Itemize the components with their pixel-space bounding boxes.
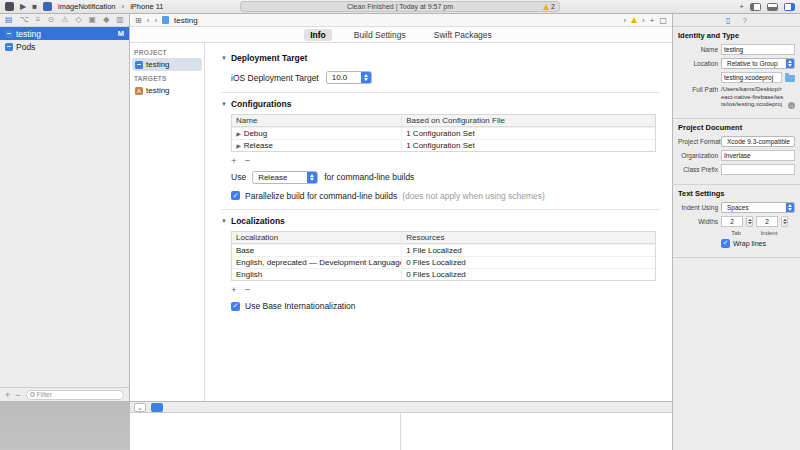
indent-using-popup[interactable]: Spaces bbox=[721, 202, 795, 213]
add-localization-button[interactable]: + bbox=[231, 285, 237, 295]
table-row[interactable]: English 0 Files Localized bbox=[232, 268, 655, 280]
table-row[interactable]: Base 1 File Localized bbox=[232, 244, 655, 256]
disclosure-triangle-icon[interactable]: ▼ bbox=[221, 218, 227, 224]
disclosure-triangle-icon[interactable]: ▶ bbox=[236, 143, 241, 149]
scheme-app-icon bbox=[43, 2, 52, 11]
choose-folder-icon[interactable] bbox=[785, 75, 795, 82]
project-format-popup[interactable]: Xcode 9.3-compatible bbox=[721, 136, 795, 147]
tab-swift-packages[interactable]: Swift Packages bbox=[428, 29, 498, 41]
target-item[interactable]: A testing bbox=[132, 84, 202, 97]
warning-badge[interactable]: 2 bbox=[543, 3, 555, 10]
remove-button[interactable]: − bbox=[15, 390, 20, 400]
filter-placeholder: Filter bbox=[37, 391, 53, 398]
file-inspector-icon[interactable]: ▯ bbox=[726, 16, 730, 25]
wrap-lines-checkbox[interactable]: ✓ bbox=[721, 239, 730, 248]
command-line-config-row: Use Release for command-line builds bbox=[231, 171, 660, 184]
table-row[interactable]: English, deprecated — Development Langua… bbox=[232, 256, 655, 268]
debug-pane-divider[interactable] bbox=[400, 413, 401, 450]
target-item-label: testing bbox=[146, 86, 170, 95]
add-button[interactable]: + bbox=[5, 390, 10, 400]
source-control-navigator-icon[interactable]: ⌥ bbox=[20, 16, 29, 24]
disclosure-triangle-icon[interactable]: ▶ bbox=[236, 131, 241, 137]
add-editor-button[interactable]: + bbox=[650, 16, 655, 25]
symbol-navigator-icon[interactable]: ≡ bbox=[36, 16, 41, 24]
tab-width-field[interactable]: 2 bbox=[721, 216, 743, 227]
organization-field[interactable]: Invertase bbox=[721, 150, 795, 161]
column-header-name[interactable]: Name bbox=[232, 116, 401, 125]
project-navigator-icon[interactable]: ▤ bbox=[5, 16, 13, 24]
issue-navigator-icon[interactable]: ⚠ bbox=[61, 16, 68, 24]
remove-localization-button[interactable]: − bbox=[245, 285, 251, 295]
device-selector[interactable]: iPhone 11 bbox=[130, 2, 163, 11]
section-title: Localizations bbox=[231, 216, 285, 226]
breadcrumb[interactable]: testing bbox=[174, 16, 198, 25]
tab-info[interactable]: Info bbox=[304, 29, 332, 41]
find-navigator-icon[interactable]: ⊙ bbox=[48, 16, 55, 24]
stop-button[interactable]: ■ bbox=[32, 3, 37, 11]
container-field[interactable]: testing.xcodeproj bbox=[721, 72, 782, 83]
reveal-in-finder-icon[interactable]: → bbox=[788, 102, 795, 109]
column-header-localization[interactable]: Localization bbox=[232, 233, 401, 242]
next-issue-button[interactable]: › bbox=[642, 16, 645, 25]
run-button[interactable]: ▶ bbox=[20, 3, 26, 11]
full-path-row: Full Path /Users/kams/Desktop/react-nati… bbox=[678, 86, 795, 109]
tab-width-stepper[interactable] bbox=[746, 216, 753, 227]
targets-section-header: TARGETS bbox=[130, 71, 204, 84]
base-internationalization-checkbox[interactable]: ✓ bbox=[231, 302, 240, 311]
tab-overview-icon[interactable]: ⊞ bbox=[135, 16, 142, 25]
project-item[interactable]: testing bbox=[132, 58, 202, 71]
indent-width-stepper[interactable] bbox=[781, 216, 788, 227]
column-header-based-on[interactable]: Based on Configuration File bbox=[401, 116, 655, 125]
filter-icon bbox=[30, 392, 35, 397]
class-prefix-field[interactable] bbox=[721, 164, 795, 175]
indent-width-field[interactable]: 2 bbox=[756, 216, 778, 227]
project-row-pods[interactable]: Pods bbox=[0, 40, 129, 53]
app-target-icon: A bbox=[135, 87, 143, 95]
deployment-target-row: iOS Deployment Target 10.0 bbox=[231, 71, 660, 84]
editor-layout-icon[interactable]: ▢ bbox=[659, 16, 667, 25]
deployment-target-section-header[interactable]: ▼ Deployment Target bbox=[221, 53, 660, 63]
scheme-selector[interactable]: imageNotification bbox=[58, 2, 116, 11]
filter-field[interactable]: Filter bbox=[26, 390, 124, 400]
name-field[interactable]: testing bbox=[721, 44, 795, 55]
command-line-config-popup[interactable]: Release bbox=[252, 171, 318, 184]
remove-configuration-button[interactable]: − bbox=[245, 156, 251, 166]
location-label: Location bbox=[678, 60, 718, 67]
app-icon[interactable] bbox=[5, 2, 14, 11]
back-button[interactable]: ‹ bbox=[147, 16, 150, 25]
disclosure-triangle-icon[interactable]: ▼ bbox=[221, 55, 227, 61]
parallelize-checkbox[interactable]: ✓ bbox=[231, 191, 240, 200]
localizations-section-header[interactable]: ▼ Localizations bbox=[221, 216, 660, 226]
debug-bar: ⌄ bbox=[130, 401, 672, 413]
library-button[interactable]: + bbox=[739, 3, 744, 11]
table-row[interactable]: ▶Release 1 Configuration Set bbox=[232, 139, 655, 151]
configurations-table: Name Based on Configuration File ▶Debug … bbox=[231, 114, 656, 152]
issue-warning-icon[interactable] bbox=[631, 17, 637, 23]
disclosure-triangle-icon[interactable]: ▼ bbox=[221, 101, 227, 107]
debug-layout-toggle-icon[interactable] bbox=[151, 403, 163, 412]
warning-icon bbox=[543, 4, 549, 10]
project-row-testing[interactable]: testing M bbox=[0, 27, 129, 40]
add-configuration-button[interactable]: + bbox=[231, 156, 237, 166]
location-popup[interactable]: Relative to Group bbox=[721, 58, 795, 69]
forward-button[interactable]: › bbox=[154, 16, 157, 25]
widths-captions-row: Tab Indent bbox=[678, 230, 795, 236]
localization-name: English bbox=[236, 270, 262, 279]
tab-build-settings[interactable]: Build Settings bbox=[348, 29, 412, 41]
test-navigator-icon[interactable]: ◇ bbox=[75, 16, 81, 24]
column-header-resources[interactable]: Resources bbox=[401, 233, 655, 242]
table-row[interactable]: ▶Debug 1 Configuration Set bbox=[232, 127, 655, 139]
hide-debug-area-button[interactable]: ⌄ bbox=[134, 403, 146, 412]
editor-body: PROJECT testing TARGETS A testing ▼ Depl… bbox=[130, 43, 672, 401]
navigator-toggle-icon[interactable] bbox=[750, 3, 761, 11]
inspector-toggle-icon[interactable] bbox=[784, 3, 795, 11]
debug-area-toggle-icon[interactable] bbox=[767, 3, 778, 11]
ios-deployment-target-popup[interactable]: 10.0 bbox=[326, 71, 372, 84]
configurations-section-header[interactable]: ▼ Configurations bbox=[221, 99, 660, 109]
quick-help-icon[interactable]: ? bbox=[742, 16, 746, 25]
breakpoint-navigator-icon[interactable]: ◆ bbox=[103, 16, 109, 24]
debug-navigator-icon[interactable]: ▣ bbox=[89, 16, 97, 24]
report-navigator-icon[interactable]: ▥ bbox=[116, 16, 124, 24]
organization-row: Organization Invertase bbox=[678, 150, 795, 161]
previous-issue-button[interactable]: ‹ bbox=[623, 16, 626, 25]
